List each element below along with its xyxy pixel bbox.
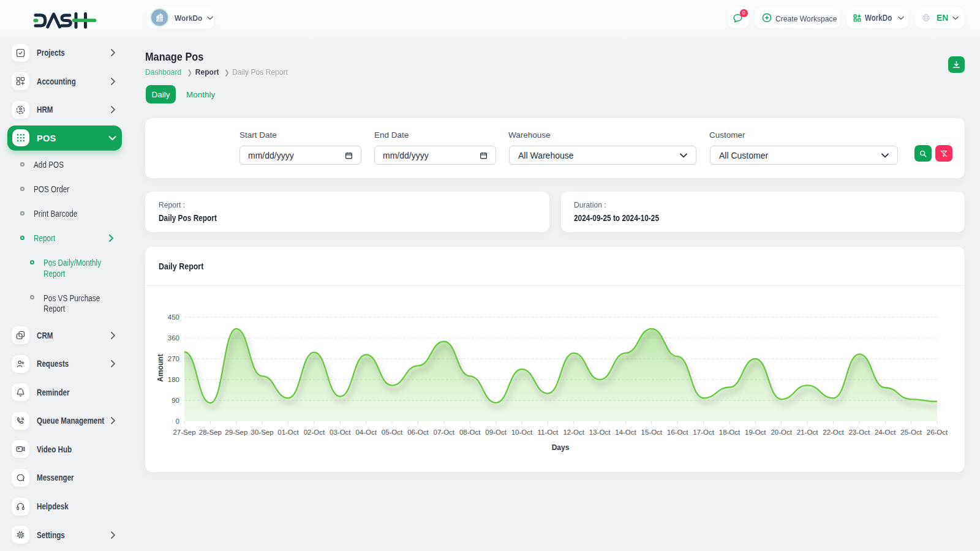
svg-text:360: 360: [168, 334, 179, 342]
svg-text:02-Oct: 02-Oct: [304, 429, 325, 436]
svg-text:08-Oct: 08-Oct: [459, 429, 481, 436]
svg-text:13-Oct: 13-Oct: [589, 429, 611, 436]
svg-text:01-Oct: 01-Oct: [277, 429, 299, 436]
svg-text:180: 180: [168, 376, 179, 383]
svg-text:06-Oct: 06-Oct: [407, 429, 429, 436]
svg-text:26-Oct: 26-Oct: [927, 429, 948, 436]
svg-text:12-Oct: 12-Oct: [563, 429, 584, 436]
svg-text:04-Oct: 04-Oct: [355, 429, 377, 436]
svg-text:16-Oct: 16-Oct: [667, 429, 688, 436]
svg-text:05-Oct: 05-Oct: [382, 429, 403, 436]
svg-text:30-Sep: 30-Sep: [251, 429, 274, 436]
svg-text:27-Sep: 27-Sep: [173, 429, 195, 436]
svg-text:19-Oct: 19-Oct: [745, 429, 766, 436]
svg-text:28-Sep: 28-Sep: [199, 429, 222, 436]
svg-text:03-Oct: 03-Oct: [330, 429, 351, 436]
svg-text:09-Oct: 09-Oct: [485, 429, 507, 436]
svg-text:25-Oct: 25-Oct: [900, 429, 922, 436]
svg-text:Amount: Amount: [156, 354, 165, 381]
svg-text:450: 450: [168, 313, 179, 321]
svg-text:14-Oct: 14-Oct: [615, 429, 636, 436]
svg-text:20-Oct: 20-Oct: [771, 429, 792, 436]
svg-text:270: 270: [168, 355, 179, 362]
svg-text:15-Oct: 15-Oct: [641, 429, 663, 436]
svg-text:0: 0: [176, 418, 179, 425]
svg-text:22-Oct: 22-Oct: [823, 429, 844, 436]
svg-text:07-Oct: 07-Oct: [434, 429, 455, 436]
svg-text:11-Oct: 11-Oct: [537, 429, 558, 436]
svg-text:Days: Days: [552, 443, 570, 452]
svg-text:23-Oct: 23-Oct: [849, 429, 870, 436]
svg-text:18-Oct: 18-Oct: [719, 429, 741, 436]
svg-text:90: 90: [172, 397, 179, 404]
svg-text:10-Oct: 10-Oct: [511, 429, 533, 436]
svg-text:17-Oct: 17-Oct: [693, 429, 714, 436]
svg-text:21-Oct: 21-Oct: [797, 429, 818, 436]
svg-text:24-Oct: 24-Oct: [875, 429, 896, 436]
svg-text:29-Sep: 29-Sep: [225, 429, 247, 436]
